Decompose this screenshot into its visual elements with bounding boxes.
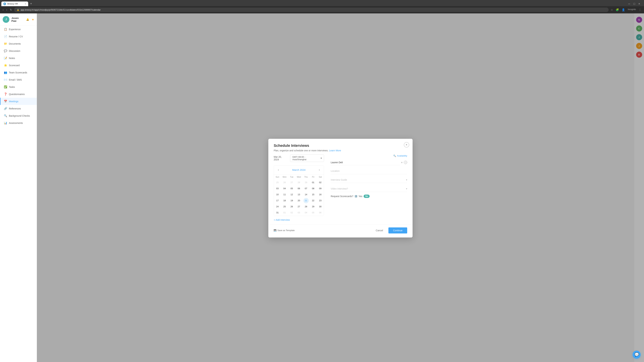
nav-label-email-sms: Email / SMS xyxy=(9,78,22,81)
minimize-button[interactable]: ─ xyxy=(627,2,632,6)
calendar-day[interactable]: 25 xyxy=(275,180,280,185)
calendar-day[interactable]: 27 xyxy=(289,180,294,185)
sidebar-item-email-sms[interactable]: ✉️ Email / SMS xyxy=(0,76,37,83)
dropdown-arrow-icon: ▾ xyxy=(321,157,322,159)
modal-close-button[interactable]: × xyxy=(404,142,409,147)
calendar-day[interactable]: 06 xyxy=(296,186,302,191)
calendar-day[interactable]: 10 xyxy=(275,192,280,197)
extension-icon[interactable]: 🧩 xyxy=(615,7,620,12)
sidebar-item-scorecard[interactable]: ⭐ Scorecard xyxy=(0,62,37,69)
calendar-day[interactable]: 26 xyxy=(289,204,294,209)
calendar-day[interactable]: 03 xyxy=(275,186,280,191)
calendar-day[interactable]: 06 xyxy=(318,210,323,215)
calendar-day[interactable]: 02 xyxy=(289,210,294,215)
chat-bubble-button[interactable]: 💬 xyxy=(632,351,641,359)
timezone-selector[interactable]: GMT+08:00 - Asia/Shanghai ▾ xyxy=(290,155,324,162)
interviewer-info-icon[interactable]: ⓘ xyxy=(404,161,407,164)
sidebar-item-team-scorecards[interactable]: 👥 Team Scorecards xyxy=(0,69,37,76)
learn-more-link[interactable]: Learn More xyxy=(329,149,341,152)
calendar-day[interactable]: 17 xyxy=(275,198,280,203)
location-input[interactable]: Location xyxy=(331,168,407,174)
add-interview-button[interactable]: + Add Interview xyxy=(274,219,290,221)
calendar-day[interactable]: 22 xyxy=(310,198,316,203)
calendar-day[interactable]: 28 xyxy=(304,204,309,209)
nav-label-scorecard: Scorecard xyxy=(9,64,20,67)
scorecard-no-toggle[interactable]: No xyxy=(364,195,370,198)
calendar-day[interactable]: 07 xyxy=(304,186,309,191)
calendar-day[interactable]: 08 xyxy=(310,186,316,191)
calendar-day[interactable]: 28 xyxy=(296,180,302,185)
calendar-day[interactable]: 23 xyxy=(318,198,323,203)
active-tab[interactable]: B Breezy HR × xyxy=(1,1,28,6)
nav-icon-scorecard: ⭐ xyxy=(4,64,7,67)
sidebar-item-questionnaires[interactable]: ❓ Questionnaires xyxy=(0,90,37,98)
profile-icon[interactable]: 👤 xyxy=(621,7,626,12)
calendar-day[interactable]: 04 xyxy=(304,210,309,215)
calendar-day[interactable]: 16 xyxy=(318,192,323,197)
search-icon: 🔍 xyxy=(393,155,396,157)
availability-button[interactable]: 🔍 Availability xyxy=(393,155,407,157)
calendar-day[interactable]: 20 xyxy=(296,198,302,203)
calendar-day[interactable]: 27 xyxy=(296,204,302,209)
tab-close-button[interactable]: × xyxy=(25,2,26,5)
video-interview-selector[interactable]: Video Interview? ▾ xyxy=(331,186,407,192)
sidebar-item-tasks[interactable]: ✅ Tasks xyxy=(0,83,37,90)
calendar-day[interactable]: 26 xyxy=(282,180,287,185)
back-button[interactable]: ‹ xyxy=(2,8,4,12)
star-icon[interactable]: ★ xyxy=(32,18,34,21)
sidebar-item-experience[interactable]: 📋 Experience xyxy=(0,26,37,33)
calendar-day[interactable]: 01 xyxy=(310,180,316,185)
sidebar-item-discussion[interactable]: 💬 Discussion xyxy=(0,47,37,54)
calendar-day[interactable]: 15 xyxy=(310,192,316,197)
calendar-day[interactable]: 09 xyxy=(318,186,323,191)
calendar: ‹ March 2024 › SunMonTueWedThuFriSat xyxy=(274,165,324,216)
calendar-day[interactable]: 05 xyxy=(289,186,294,191)
interview-guide-selector[interactable]: Interview Guide ▾ xyxy=(331,177,407,183)
calendar-day[interactable]: 11 xyxy=(282,192,287,197)
forward-button[interactable]: › xyxy=(6,8,8,12)
calendar-day[interactable]: 01 xyxy=(282,210,287,215)
calendar-day[interactable]: 19 xyxy=(289,198,294,203)
save-template-button[interactable]: 💾 Save as Template xyxy=(274,229,295,232)
sidebar-item-notes[interactable]: 📝 Notes xyxy=(0,54,37,62)
tab-favicon: B xyxy=(3,2,6,5)
scorecard-info-icon[interactable]: ℹ️ xyxy=(355,195,357,197)
calendar-day[interactable]: 30 xyxy=(318,204,323,209)
calendar-day[interactable]: 24 xyxy=(275,204,280,209)
calendar-prev-button[interactable]: ‹ xyxy=(276,167,280,172)
calendar-next-button[interactable]: › xyxy=(318,167,321,172)
interviewer-select[interactable]: Lauren Deli xyxy=(331,160,400,165)
address-bar[interactable]: 🔒 app.breezy.hr/app/c/moodjoy/p/59357218… xyxy=(14,7,609,12)
sidebar-item-assessments[interactable]: 📊 Assessments xyxy=(0,119,37,126)
reload-button[interactable]: ↻ xyxy=(9,7,13,12)
cancel-button[interactable]: Cancel xyxy=(372,227,386,233)
calendar-day[interactable]: 05 xyxy=(310,210,316,215)
sidebar-item-background-checks[interactable]: 🔍 Background Checks xyxy=(0,112,37,119)
nav-label-documents: Documents xyxy=(9,42,21,45)
calendar-day[interactable]: 21 xyxy=(304,198,309,203)
new-tab-button[interactable]: + xyxy=(29,1,33,6)
calendar-day[interactable]: 29 xyxy=(304,180,309,185)
menu-icon[interactable]: ⋮ xyxy=(638,7,642,12)
bookmark-icon[interactable]: ☆ xyxy=(610,7,614,12)
calendar-day[interactable]: 12 xyxy=(289,192,294,197)
calendar-day[interactable]: 14 xyxy=(304,192,309,197)
close-window-button[interactable]: × xyxy=(637,2,641,6)
maximize-button[interactable]: □ xyxy=(632,2,636,6)
continue-button[interactable]: Continue xyxy=(388,227,407,233)
sidebar-item-references[interactable]: 🔗 References xyxy=(0,105,37,112)
calendar-day[interactable]: 03 xyxy=(296,210,302,215)
calendar-day[interactable]: 18 xyxy=(282,198,287,203)
nav-label-team-scorecards: Team Scorecards xyxy=(9,71,27,74)
calendar-day[interactable]: 02 xyxy=(318,180,323,185)
sidebar-item-documents[interactable]: 📁 Documents xyxy=(0,40,37,47)
calendar-day[interactable]: 25 xyxy=(282,204,287,209)
calendar-day[interactable]: 13 xyxy=(296,192,302,197)
calendar-day[interactable]: 04 xyxy=(282,186,287,191)
sidebar-item-resume[interactable]: 📄 Resume / CV xyxy=(0,33,37,40)
calendar-days: 2526272829010203040506070809101112131415… xyxy=(274,179,324,216)
calendar-day[interactable]: 31 xyxy=(275,210,280,215)
calendar-day[interactable]: 29 xyxy=(310,204,316,209)
nav-label-notes: Notes xyxy=(9,57,15,59)
sidebar-item-meetings[interactable]: 📅 Meetings xyxy=(0,98,37,105)
